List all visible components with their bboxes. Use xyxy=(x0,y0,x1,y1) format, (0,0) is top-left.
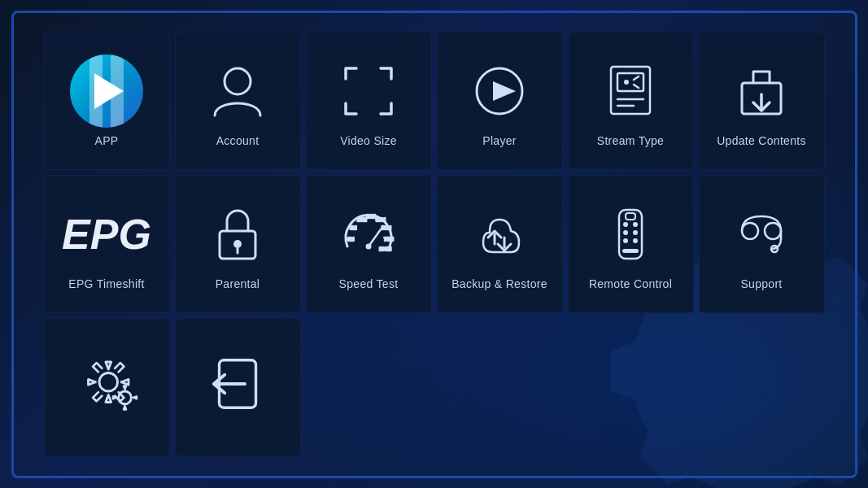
tile-label-video-size: Video Size xyxy=(340,134,397,147)
svg-point-33 xyxy=(633,238,638,243)
tile-label-player: Player xyxy=(482,134,516,147)
tile-label-app: APP xyxy=(95,134,119,147)
tile-label-epg-timeshift: EPG Timeshift xyxy=(68,277,144,290)
svg-point-29 xyxy=(633,222,638,227)
svg-point-32 xyxy=(623,238,628,243)
backup-restore-icon xyxy=(467,202,532,267)
svg-line-7 xyxy=(634,85,639,88)
svg-point-28 xyxy=(623,222,628,227)
settings-icon xyxy=(70,347,143,420)
tile-support[interactable]: Support xyxy=(699,175,825,313)
support-icon xyxy=(729,202,794,267)
tile-update-contents[interactable]: Update Contents xyxy=(699,32,825,170)
svg-line-15 xyxy=(369,229,381,246)
player-icon xyxy=(467,59,532,124)
svg-point-31 xyxy=(633,230,638,235)
video-size-icon xyxy=(336,59,401,124)
menu-grid: APP Account Video Size Player Stream Typ… xyxy=(44,32,825,456)
tile-label-support: Support xyxy=(740,277,782,290)
tile-speed-test[interactable]: 0M 5M 10M 20M 30M 50M 75M 100M Speed Tes… xyxy=(306,175,432,313)
tile-parental[interactable]: Parental xyxy=(175,175,301,313)
remote-control-icon xyxy=(598,202,663,267)
tile-remote-control[interactable]: Remote Control xyxy=(568,175,694,313)
svg-text:0M: 0M xyxy=(347,237,354,242)
epg-icon: EPG xyxy=(62,213,151,255)
svg-marker-2 xyxy=(493,81,516,101)
tile-settings[interactable] xyxy=(44,318,170,456)
svg-point-5 xyxy=(624,80,629,85)
svg-point-40 xyxy=(99,373,118,392)
svg-point-37 xyxy=(765,223,781,239)
tile-video-size[interactable]: Video Size xyxy=(306,32,432,170)
main-container: APP Account Video Size Player Stream Typ… xyxy=(11,11,857,478)
svg-line-6 xyxy=(634,76,639,80)
parental-icon xyxy=(205,202,270,267)
svg-text:100M: 100M xyxy=(379,246,391,251)
tile-label-speed-test: Speed Test xyxy=(339,277,399,290)
svg-point-0 xyxy=(225,68,251,94)
svg-rect-4 xyxy=(617,73,643,91)
tile-label-parental: Parental xyxy=(216,277,260,290)
tile-account[interactable]: Account xyxy=(175,32,301,170)
stream-type-icon xyxy=(598,59,663,124)
tile-label-remote-control: Remote Control xyxy=(589,277,672,290)
svg-point-16 xyxy=(366,244,372,250)
update-contents-icon xyxy=(729,59,794,124)
svg-text:50M: 50M xyxy=(382,225,391,230)
svg-text:5M: 5M xyxy=(350,225,356,230)
tile-logout[interactable] xyxy=(175,318,301,456)
tile-backup-restore[interactable]: Backup & Restore xyxy=(437,175,563,313)
logout-icon xyxy=(201,347,274,420)
app-logo-icon xyxy=(70,54,143,128)
svg-point-36 xyxy=(742,223,758,239)
svg-point-30 xyxy=(623,230,628,235)
tile-epg-timeshift[interactable]: EPGEPG Timeshift xyxy=(44,175,170,313)
svg-text:30M: 30M xyxy=(376,217,386,222)
svg-rect-35 xyxy=(626,213,635,220)
tile-label-account: Account xyxy=(216,134,260,147)
tile-app[interactable]: APP xyxy=(44,32,170,170)
svg-text:10M: 10M xyxy=(357,217,367,222)
tile-label-update-contents: Update Contents xyxy=(717,134,806,147)
tile-stream-type[interactable]: Stream Type xyxy=(568,32,694,170)
tile-label-backup-restore: Backup & Restore xyxy=(451,277,547,290)
svg-rect-34 xyxy=(622,249,639,253)
tile-label-stream-type: Stream Type xyxy=(597,134,664,147)
svg-text:20M: 20M xyxy=(366,214,376,219)
speed-test-icon: 0M 5M 10M 20M 30M 50M 75M 100M xyxy=(336,202,401,267)
svg-text:75M: 75M xyxy=(384,237,394,242)
tile-player[interactable]: Player xyxy=(437,32,563,170)
account-icon xyxy=(205,59,270,124)
